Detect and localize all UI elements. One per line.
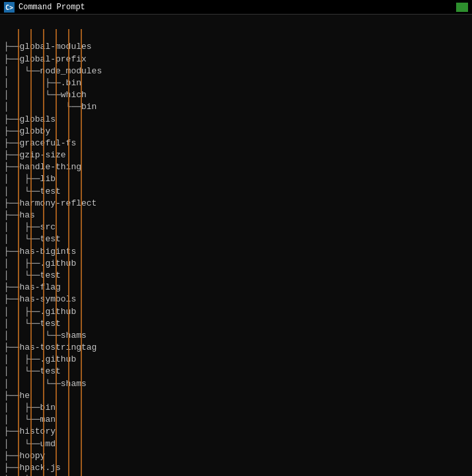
terminal-line: ├──history xyxy=(1,426,471,438)
terminal-line: ├──has-tostringtag xyxy=(1,342,471,354)
terminal-container: ├──global-modules├──global-prefix│ └──no… xyxy=(0,15,472,476)
terminal-line: │ ├──lib xyxy=(1,173,471,185)
app-icon: C> xyxy=(4,2,15,13)
terminal-line: │ └──man xyxy=(1,414,471,426)
terminal-line: │ ├──.github xyxy=(1,306,471,318)
terminal-line: │ ├──.bin xyxy=(1,77,471,89)
terminal-line: │ └──umd xyxy=(1,438,471,450)
terminal-line: ├──global-modules xyxy=(1,41,471,53)
terminal-line: │ └──node_modules xyxy=(1,65,471,77)
terminal-line: ├──has-symbols xyxy=(1,294,471,305)
terminal-line: ├──has xyxy=(1,210,471,221)
terminal-line: │ └──test xyxy=(1,186,471,198)
terminal-line: │ └──shams xyxy=(1,330,471,342)
window-title: Command Prompt xyxy=(19,3,85,12)
terminal-line: │ └──test xyxy=(1,318,471,330)
terminal-line: ├──global-prefix xyxy=(1,54,471,65)
terminal-line: │ └──test xyxy=(1,366,471,377)
terminal-line: │ ├──.github xyxy=(1,258,471,270)
terminal-line: ├──hpack.js xyxy=(1,462,471,474)
terminal-line: ├──graceful-fs xyxy=(1,138,471,149)
terminal-line: ├──handle-thing xyxy=(1,161,471,173)
terminal-line: ├──globby xyxy=(1,126,471,138)
terminal-line: │ └──which xyxy=(1,89,471,101)
terminal-line: │ └──bin xyxy=(1,101,471,113)
terminal-line: ├──gzip-size xyxy=(1,149,471,161)
terminal-line: ├──harmony-reflect xyxy=(1,198,471,210)
terminal-line: │ └──shams xyxy=(1,378,471,390)
terminal-line: │ ├──src xyxy=(1,221,471,233)
terminal-line: ├──has-flag xyxy=(1,282,471,294)
terminal-line: ├──hoopy xyxy=(1,450,471,462)
svg-text:C>: C> xyxy=(5,4,13,11)
terminal-output: ├──global-modules├──global-prefix│ └──no… xyxy=(0,15,472,476)
close-button[interactable] xyxy=(456,3,468,12)
terminal-line: ├──globals xyxy=(1,114,471,126)
terminal-line: │ └──test xyxy=(1,233,471,245)
terminal-line: ├──has-bigints xyxy=(1,246,471,258)
title-bar: C> Command Prompt xyxy=(0,0,472,15)
terminal-line: │ └──test xyxy=(1,270,471,282)
terminal-line: │ ├──.github xyxy=(1,354,471,366)
terminal-line: ├──he xyxy=(1,390,471,402)
terminal-line: │ ├──bin xyxy=(1,402,471,414)
